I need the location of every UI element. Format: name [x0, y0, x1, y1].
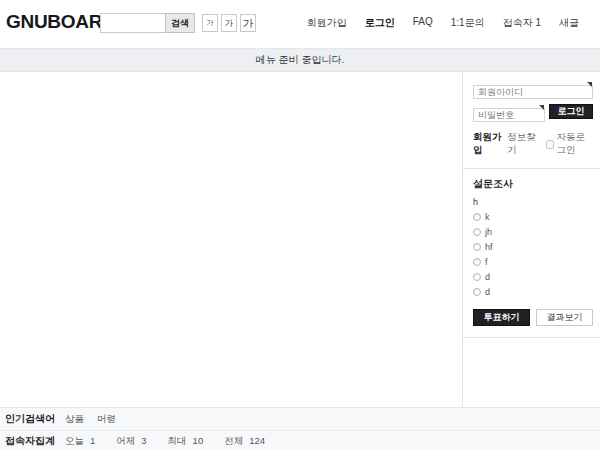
stat-today: 오늘 1	[65, 435, 95, 448]
poll-option[interactable]: d	[473, 287, 593, 297]
site-header: GNUBOARD5 검색 가 가 가 회원가입 로그인 FAQ 1:1문의 접속…	[0, 0, 600, 48]
visitor-stats-label: 접속자집계	[5, 434, 65, 448]
nav-connected-users[interactable]: 접속자 1	[494, 16, 550, 30]
stat-label: 어제	[116, 435, 135, 448]
main-wrapper: 로그인 회원가입 정보찾기 자동로그인 설문조사 h k jh hf f d d	[0, 72, 600, 407]
radio-icon[interactable]	[473, 213, 481, 221]
stat-total: 전체 124	[224, 435, 265, 448]
poll-option-label: hf	[485, 242, 493, 252]
nav-faq[interactable]: FAQ	[404, 16, 442, 30]
poll-option[interactable]: jh	[473, 227, 593, 237]
radio-icon[interactable]	[473, 228, 481, 236]
font-size-large-button[interactable]: 가	[240, 14, 256, 32]
poll-option[interactable]: d	[473, 272, 593, 282]
poll-option[interactable]: k	[473, 212, 593, 222]
search-input[interactable]	[100, 13, 166, 33]
poll-option-label: f	[485, 257, 488, 267]
nav-signup[interactable]: 회원가입	[298, 16, 356, 30]
radio-icon[interactable]	[473, 288, 481, 296]
top-nav: 회원가입 로그인 FAQ 1:1문의 접속자 1 새글	[298, 16, 588, 30]
poll-option[interactable]: f	[473, 257, 593, 267]
signup-link[interactable]: 회원가입	[473, 131, 502, 157]
nav-login[interactable]: 로그인	[356, 16, 404, 30]
poll-option-label: jh	[485, 227, 492, 237]
poll-options: k jh hf f d d	[473, 212, 593, 297]
main-content-empty	[0, 72, 462, 407]
page-footer: 인기검색어 상품 머령 접속자집계 오늘 1 어제 3 최대 10 전체 124	[0, 407, 600, 450]
search-button[interactable]: 검색	[165, 13, 195, 33]
auto-login-label: 자동로그인	[557, 131, 593, 157]
vote-button[interactable]: 투표하기	[473, 309, 530, 326]
popular-keywords-row: 인기검색어 상품 머령	[0, 408, 600, 431]
menu-notice-text: 메뉴 준비 중입니다.	[256, 54, 344, 65]
radio-icon[interactable]	[473, 258, 481, 266]
find-info-link[interactable]: 정보찾기	[507, 131, 536, 157]
stat-yesterday: 어제 3	[116, 435, 146, 448]
poll-option[interactable]: hf	[473, 242, 593, 252]
stat-max: 최대 10	[168, 435, 204, 448]
poll-option-label: d	[485, 272, 490, 282]
password-input[interactable]	[473, 108, 545, 122]
visitor-stats-row: 접속자집계 오늘 1 어제 3 최대 10 전체 124	[0, 431, 600, 450]
sidebar-divider	[463, 337, 600, 338]
password-row: 로그인	[473, 104, 593, 122]
login-button[interactable]: 로그인	[549, 104, 593, 119]
member-id-input[interactable]	[473, 85, 593, 99]
poll-buttons-row: 투표하기 결과보기	[473, 309, 593, 326]
nav-qna[interactable]: 1:1문의	[442, 16, 494, 30]
password-field-wrap	[473, 104, 545, 122]
stat-value: 3	[141, 435, 146, 448]
stat-value: 1	[90, 435, 95, 448]
font-size-medium-button[interactable]: 가	[221, 14, 237, 32]
keyword-link[interactable]: 머령	[97, 413, 116, 426]
login-box: 로그인 회원가입 정보찾기 자동로그인	[473, 81, 593, 157]
poll-title: 설문조사	[473, 177, 593, 191]
stat-label: 최대	[168, 435, 187, 448]
poll-question: h	[473, 197, 593, 207]
search-form: 검색	[100, 13, 195, 33]
menu-bar: 메뉴 준비 중입니다.	[0, 48, 600, 72]
stat-value: 124	[249, 435, 265, 448]
font-size-small-button[interactable]: 가	[202, 14, 218, 32]
stat-label: 전체	[224, 435, 243, 448]
radio-icon[interactable]	[473, 243, 481, 251]
member-id-field-wrap	[473, 81, 593, 99]
poll-box: 설문조사 h k jh hf f d d 투표하기 결과보기	[473, 177, 593, 326]
poll-result-button[interactable]: 결과보기	[536, 309, 593, 326]
stat-label: 오늘	[65, 435, 84, 448]
nav-new-posts[interactable]: 새글	[550, 16, 588, 30]
auto-login-checkbox[interactable]	[546, 140, 553, 149]
login-links-row: 회원가입 정보찾기 자동로그인	[473, 131, 593, 157]
keyword-link[interactable]: 상품	[65, 413, 84, 426]
poll-option-label: k	[485, 212, 490, 222]
font-size-controls: 가 가 가	[202, 14, 256, 32]
poll-option-label: d	[485, 287, 490, 297]
stat-value: 10	[193, 435, 204, 448]
sidebar-divider	[463, 168, 600, 169]
radio-icon[interactable]	[473, 273, 481, 281]
popular-keywords-label: 인기검색어	[5, 412, 65, 426]
sidebar: 로그인 회원가입 정보찾기 자동로그인 설문조사 h k jh hf f d d	[462, 72, 600, 407]
